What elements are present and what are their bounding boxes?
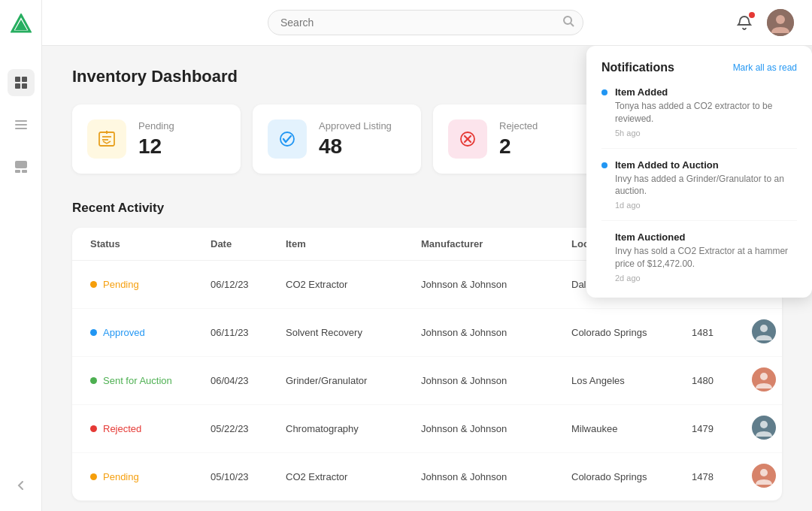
location-cell: Colorado Springs	[571, 471, 692, 482]
sidebar	[0, 0, 42, 511]
user-avatar-icon	[752, 367, 776, 392]
header-actions	[731, 9, 794, 36]
status-cell: Sent for Auction	[90, 375, 211, 386]
col-status: Status	[90, 238, 211, 249]
svg-line-13	[571, 23, 574, 26]
table-row[interactable]: Pending 05/10/23 CO2 Extractor Johnson &…	[72, 453, 782, 500]
svg-rect-8	[15, 128, 27, 129]
header	[42, 0, 812, 46]
notif-content: Item Added to Auction Invy has added a G…	[615, 159, 797, 210]
approved-label: Approved Listing	[319, 120, 392, 132]
sidebar-item-card[interactable]	[8, 153, 35, 180]
notif-title: Item Added	[615, 86, 797, 98]
manufacturer-cell: Johnson & Johnson	[421, 423, 571, 434]
item-cell: Solvent Recovery	[286, 327, 421, 338]
sidebar-nav	[8, 69, 35, 180]
notif-content: Item Added Tonya has added a CO2 extract…	[615, 86, 797, 138]
notification-item[interactable]: Item Added Tonya has added a CO2 extract…	[601, 86, 797, 149]
item-cell: Grinder/Granulator	[286, 375, 421, 386]
logo[interactable]	[9, 12, 33, 36]
mark-all-read-button[interactable]: Mark all as read	[733, 62, 797, 73]
notif-dot-wrap	[601, 86, 607, 138]
svg-rect-4	[15, 83, 20, 89]
user-cell	[752, 416, 782, 442]
pending-label: Pending	[138, 120, 174, 132]
sidebar-item-grid[interactable]	[8, 69, 35, 96]
notifications-button[interactable]	[731, 9, 758, 36]
main-content: Inventory Dashboard Pending 12	[42, 0, 812, 511]
status-label: Pending	[103, 279, 139, 290]
svg-rect-3	[22, 77, 27, 82]
id-cell: 1478	[692, 471, 752, 482]
sidebar-item-list[interactable]	[8, 111, 35, 138]
notif-title: Item Auctioned	[615, 231, 797, 243]
manufacturer-cell: Johnson & Johnson	[421, 471, 571, 482]
notif-panel-header: Notifications Mark all as read	[601, 61, 797, 74]
notif-time: 2d ago	[615, 274, 797, 283]
notif-unread-dot	[601, 162, 607, 168]
rejected-label: Rejected	[499, 120, 538, 132]
notification-badge	[749, 12, 755, 18]
svg-point-29	[760, 325, 768, 332]
date-cell: 06/11/23	[211, 327, 286, 338]
id-cell: 1480	[692, 375, 752, 386]
location-cell: Colorado Springs	[571, 327, 692, 338]
svg-rect-10	[15, 170, 20, 173]
col-item: Item	[286, 238, 421, 249]
pending-info: Pending 12	[138, 120, 174, 159]
collapse-button[interactable]	[8, 472, 35, 499]
notif-title: Item Added to Auction	[615, 159, 797, 171]
svg-rect-11	[22, 170, 27, 173]
status-label: Sent for Auction	[103, 375, 172, 386]
item-cell: CO2 Extractor	[286, 471, 421, 482]
status-dot	[90, 473, 97, 480]
table-row[interactable]: Sent for Auction 06/04/23 Grinder/Granul…	[72, 357, 782, 405]
item-cell: Chromatography	[286, 423, 421, 434]
stat-card-rejected[interactable]: Rejected 2	[433, 104, 601, 174]
id-cell: 1481	[692, 327, 752, 338]
approved-icon	[268, 119, 307, 159]
stat-card-pending[interactable]: Pending 12	[72, 104, 241, 174]
notif-list: Item Added Tonya has added a CO2 extract…	[601, 86, 797, 283]
search-input[interactable]	[268, 10, 583, 35]
user-avatar-icon	[752, 416, 776, 440]
item-cell: CO2 Extractor	[286, 279, 421, 290]
rejected-icon	[448, 119, 487, 159]
notification-item[interactable]: Item Added to Auction Invy has added a G…	[601, 159, 797, 222]
col-manufacturer: Manufacturer	[421, 238, 571, 249]
notification-item[interactable]: Item Auctioned Invy has sold a CO2 Extra…	[601, 231, 797, 283]
table-row[interactable]: Rejected 05/22/23 Chromatography Johnson…	[72, 405, 782, 453]
stat-card-approved[interactable]: Approved Listing 48	[253, 104, 421, 174]
id-cell: 1479	[692, 423, 752, 434]
user-cell	[752, 464, 782, 490]
status-label: Approved	[103, 327, 145, 338]
notif-unread-dot	[601, 234, 607, 240]
notif-description: Tonya has added a CO2 extractor to be re…	[615, 100, 797, 125]
notif-unread-dot	[601, 89, 607, 95]
location-cell: Los Angeles	[571, 375, 692, 386]
col-date: Date	[211, 238, 286, 249]
date-cell: 06/12/23	[211, 279, 286, 290]
status-dot	[90, 329, 97, 336]
notif-time: 1d ago	[615, 201, 797, 210]
user-avatar-icon	[752, 464, 776, 488]
svg-rect-7	[15, 124, 27, 125]
svg-rect-6	[15, 120, 27, 122]
notifications-panel: Notifications Mark all as read Item Adde…	[586, 46, 812, 298]
date-cell: 06/04/23	[211, 375, 286, 386]
svg-rect-5	[22, 83, 27, 89]
search-bar	[268, 10, 583, 35]
notif-dot-wrap	[601, 231, 607, 283]
rejected-value: 2	[499, 135, 538, 159]
date-cell: 05/22/23	[211, 423, 286, 434]
table-row[interactable]: Approved 06/11/23 Solvent Recovery Johns…	[72, 309, 782, 357]
user-avatar[interactable]	[767, 9, 794, 36]
page-body: Inventory Dashboard Pending 12	[42, 46, 812, 511]
location-cell: Milwaukee	[571, 423, 692, 434]
status-cell: Approved	[90, 327, 211, 338]
manufacturer-cell: Johnson & Johnson	[421, 279, 571, 290]
user-cell	[752, 367, 782, 394]
notif-description: Invy has sold a CO2 Extractor at a hamme…	[615, 245, 797, 271]
status-dot	[90, 425, 97, 432]
search-icon	[563, 16, 574, 29]
